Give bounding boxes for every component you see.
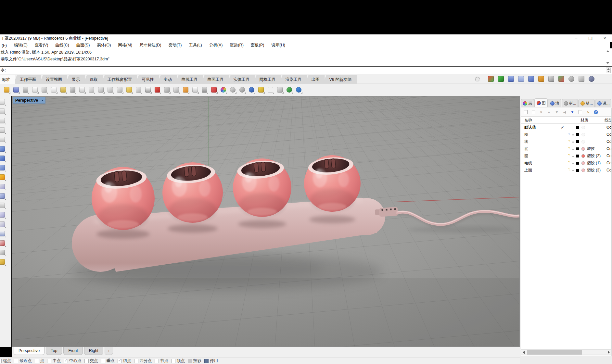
history-scrollbar[interactable]: [606, 49, 610, 65]
osnap-checkbox[interactable]: [188, 359, 192, 363]
menu-item[interactable]: 说明(H): [268, 43, 288, 48]
osnap-toggle[interactable]: 顶点: [171, 358, 185, 364]
layer-row[interactable]: 线 Cont: [521, 138, 611, 145]
linetype-value[interactable]: Cont: [606, 146, 611, 151]
material-name[interactable]: 塑胶 (2): [587, 153, 606, 159]
osnap-toggle[interactable]: 四分点: [134, 358, 152, 364]
viewport-tab[interactable]: Perspective: [14, 347, 45, 355]
panel-help-icon[interactable]: ?: [593, 109, 598, 115]
osnap-toggle[interactable]: 最近点: [14, 358, 32, 364]
check-icon[interactable]: [0, 248, 6, 256]
panel-tab[interactable]: 层: [521, 99, 534, 107]
menu-item[interactable]: 分析(A): [206, 43, 226, 48]
help-icon[interactable]: [295, 86, 303, 94]
xray-mode-icon[interactable]: [238, 86, 246, 94]
linetype-value[interactable]: Cont: [606, 168, 611, 172]
chevron-down-icon[interactable]: ▾: [40, 98, 45, 102]
linetype-value[interactable]: Cont: [606, 139, 611, 144]
command-spinner[interactable]: [606, 68, 611, 73]
builder-person-icon[interactable]: [547, 75, 555, 83]
material-name[interactable]: 塑胶 (1): [587, 160, 606, 166]
extrude-icon[interactable]: [0, 230, 6, 237]
osnap-checkbox[interactable]: [204, 359, 209, 363]
material-name[interactable]: 塑胶 (3): [587, 168, 606, 173]
shaded-mode-icon[interactable]: [210, 86, 218, 94]
arc-icon[interactable]: [0, 135, 6, 143]
lightbulb-icon[interactable]: [191, 86, 199, 94]
dots-tool-icon[interactable]: [182, 86, 190, 94]
ribbon-tab[interactable]: 可见性: [135, 75, 159, 84]
menu-item[interactable]: 查看(V): [31, 43, 52, 48]
spinner-up-icon[interactable]: [607, 68, 610, 70]
osnap-checkbox[interactable]: [47, 359, 51, 363]
minimize-button[interactable]: –: [575, 36, 577, 41]
scroll-right-icon[interactable]: [606, 350, 611, 355]
menu-item[interactable]: 曲面(S): [73, 43, 94, 48]
rendered-mode-icon[interactable]: [219, 86, 227, 94]
circle-tool-icon[interactable]: [172, 86, 180, 94]
osnap-toggle[interactable]: 切点: [118, 358, 131, 364]
linetype-value[interactable]: Con: [606, 125, 611, 130]
layer-color-swatch[interactable]: [576, 140, 579, 143]
osnap-checkbox[interactable]: [171, 359, 175, 363]
material-circle-icon[interactable]: [581, 161, 585, 165]
menu-item[interactable]: 尺寸标注(D): [136, 43, 165, 48]
scroll-up-icon[interactable]: [606, 50, 609, 52]
trim-icon[interactable]: [0, 182, 6, 190]
viewport-title-chip[interactable]: Perspective ▾: [13, 97, 45, 103]
car-paint-icon[interactable]: [153, 86, 161, 94]
material-circle-icon[interactable]: [581, 147, 585, 151]
layer-name[interactable]: 线: [524, 139, 561, 144]
ribbon-tab[interactable]: 变动: [157, 75, 177, 84]
layer-row[interactable]: 图 Cont: [521, 131, 611, 138]
filter-icon[interactable]: ▼: [570, 109, 575, 115]
layer-row[interactable]: 圆 塑胶 (2) Cont: [521, 152, 611, 159]
spinner-down-icon[interactable]: [607, 71, 610, 72]
gears-icon[interactable]: [527, 75, 535, 83]
osnap-checkbox[interactable]: [101, 359, 105, 363]
open-file-icon[interactable]: [3, 86, 11, 94]
new-doc-icon[interactable]: [31, 86, 39, 94]
rectangle-icon[interactable]: [0, 126, 6, 134]
ellipse-icon[interactable]: [0, 117, 6, 124]
render-icon[interactable]: [248, 86, 256, 94]
point-icon[interactable]: [0, 98, 6, 106]
osnap-toggle[interactable]: 端点: [0, 358, 11, 364]
menu-item[interactable]: 实体(O): [93, 43, 114, 48]
viewport-tab[interactable]: Top: [46, 347, 62, 355]
linetype-value[interactable]: Cont: [606, 132, 611, 137]
osnap-toggle[interactable]: 交点: [84, 358, 98, 364]
ribbon-tab[interactable]: 渲染工具: [279, 75, 307, 84]
menu-item[interactable]: 渲染(R): [226, 43, 247, 48]
perspective-viewport[interactable]: Perspective ▾: [12, 96, 520, 347]
pan-hand-icon[interactable]: [78, 86, 86, 94]
restore-button[interactable]: ❏: [588, 36, 593, 41]
array-icon[interactable]: [0, 239, 6, 247]
ribbon-tab[interactable]: V6 的新功能: [323, 75, 357, 84]
osnap-toggle[interactable]: 垂点: [101, 358, 115, 364]
osnap-checkbox[interactable]: [14, 359, 18, 363]
control-curve-icon[interactable]: [0, 107, 6, 115]
shaded-box-icon[interactable]: [497, 75, 505, 83]
layer-color-swatch[interactable]: [576, 155, 579, 157]
layer-row[interactable]: 电线 塑胶 (1) Cont: [521, 159, 611, 167]
command-history[interactable]: 载入 Rhino 渲染, 版本 1.50, Apr 28 2019, 16:14…: [0, 48, 612, 66]
cut-icon[interactable]: [40, 86, 48, 94]
layer-color-swatch[interactable]: [576, 147, 579, 150]
delete-layer-icon[interactable]: ×: [539, 109, 544, 115]
osnap-toggle[interactable]: 投影: [188, 358, 201, 364]
render-zoom-icon[interactable]: [587, 75, 595, 83]
ribbon-tab[interactable]: 工作平面: [13, 75, 41, 84]
wireframe-box-icon[interactable]: [487, 75, 495, 83]
ribbon-tab[interactable]: 网格工具: [253, 75, 281, 84]
ribbon-tab[interactable]: 显示: [65, 75, 85, 84]
geolocation-icon[interactable]: [285, 86, 293, 94]
select-filter-icon[interactable]: [163, 86, 171, 94]
close-button[interactable]: ×: [604, 36, 606, 41]
scroll-down-icon[interactable]: [606, 62, 609, 64]
material-circle-icon[interactable]: [581, 140, 585, 144]
panel-tab[interactable]: 图: [534, 98, 548, 107]
menu-item[interactable]: 面板(P): [247, 43, 268, 48]
fillet-icon[interactable]: [0, 201, 6, 209]
lock-icon[interactable]: [200, 86, 209, 94]
